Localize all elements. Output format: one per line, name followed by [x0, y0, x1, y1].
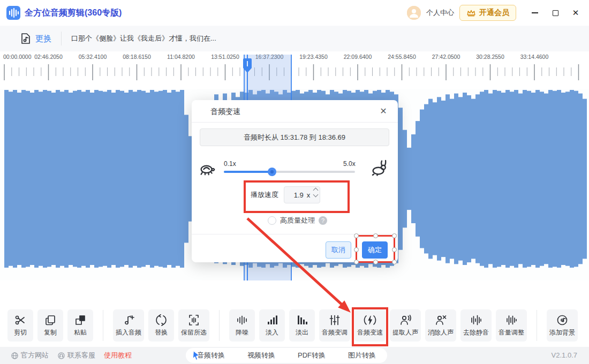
footer: 官方网站 联系客服 使用教程 音频转换视频转换PDF转换图片转换 V2.1.0.…: [0, 347, 589, 364]
tool-label: 插入音频: [116, 328, 141, 337]
cursor-icon: [190, 350, 202, 361]
tool-label: 去除静音: [463, 328, 489, 337]
tool-add-background[interactable]: 添加背景: [547, 309, 578, 342]
vocal-remove-icon: [434, 314, 447, 327]
svg-text:05:32.4100: 05:32.4100: [79, 54, 107, 60]
version-label: V2.1.0.7: [552, 351, 577, 359]
swap-icon: [155, 314, 168, 327]
toolbar-divider: [103, 310, 103, 341]
toolbar-divider: [219, 310, 220, 341]
speed-slider[interactable]: [224, 171, 355, 173]
svg-text:24:55.8450: 24:55.8450: [388, 54, 416, 60]
denoise-icon: [236, 314, 248, 327]
tool-remove-silence[interactable]: 去除静音: [460, 309, 492, 342]
tool-label: 音频变调: [322, 328, 348, 337]
svg-text:27:42.0500: 27:42.0500: [432, 54, 460, 60]
playhead-pin[interactable]: [243, 58, 252, 75]
tool-label: 音量调整: [499, 328, 524, 337]
title-bar: 全方位音频剪辑(360专版) 个人中心 开通会员 ✕: [0, 0, 589, 26]
app-logo-icon: [6, 6, 20, 20]
tool-replace[interactable]: 替换: [148, 309, 174, 342]
tool-extract-vocal[interactable]: 提取人声: [390, 309, 421, 342]
tool-fade-out[interactable]: 淡出: [289, 309, 315, 342]
svg-text:11:04.8200: 11:04.8200: [167, 54, 195, 60]
replace-file-button[interactable]: 更换: [19, 32, 51, 45]
contact-support-link[interactable]: 联系客服: [57, 351, 95, 360]
tool-label: 剪切: [14, 328, 27, 337]
svg-text:33:14.4600: 33:14.4600: [520, 54, 549, 60]
tool-label: 替换: [155, 328, 168, 337]
track-title: 口那个《侧脸》让我《我走后》才懂，我们在...: [71, 34, 232, 43]
tab-image-convert[interactable]: 图片转换: [348, 351, 376, 360]
user-center-link[interactable]: 个人中心: [426, 8, 454, 18]
timeline-ruler[interactable]: 00:00.000002:46.205005:32.410008:18.6150…: [0, 51, 589, 89]
volume-icon: [505, 314, 518, 327]
slider-min-label: 0.1x: [224, 160, 236, 168]
tool-label: 淡出: [296, 328, 308, 337]
cancel-button[interactable]: 取消: [326, 241, 351, 259]
silence-icon: [470, 314, 482, 327]
converter-tabs: 音频转换视频转换PDF转换图片转换: [186, 348, 387, 363]
speed-label: 播放速度: [251, 190, 278, 200]
svg-text:30:28.2550: 30:28.2550: [476, 54, 504, 60]
svg-text:22:09.6400: 22:09.6400: [344, 54, 372, 60]
tool-fade-in[interactable]: 淡入: [259, 309, 285, 342]
globe-icon: [11, 352, 19, 360]
tool-keep-selected[interactable]: 保留所选: [178, 309, 209, 342]
music-file-icon: [19, 32, 32, 45]
high-quality-label: 高质量处理: [280, 216, 315, 225]
official-site-link[interactable]: 官方网站: [11, 351, 49, 360]
vocal-extract-icon: [399, 314, 412, 327]
top-toolbar: 更换 口那个《侧脸》让我《我走后》才懂，我们在... [♪] 03:04.90 …: [0, 26, 589, 51]
tab-video-convert[interactable]: 视频转换: [247, 351, 275, 360]
crown-icon: [466, 9, 476, 17]
speed-value-input[interactable]: 1.9 x: [284, 186, 320, 203]
slider-max-label: 5.0x: [343, 160, 356, 168]
tool-cut[interactable]: 剪切: [7, 309, 33, 342]
close-button[interactable]: ✕: [568, 5, 584, 21]
svg-text:08:18.6150: 08:18.6150: [123, 54, 151, 60]
open-vip-button[interactable]: 开通会员: [459, 5, 516, 21]
speed-slider-handle[interactable]: [268, 168, 276, 176]
dialog-close-icon[interactable]: ✕: [377, 105, 389, 117]
svg-text:13:51.0250: 13:51.0250: [211, 54, 239, 60]
crop-wave-icon: [187, 314, 200, 327]
tool-volume[interactable]: 音量调整: [496, 309, 527, 342]
tool-denoise[interactable]: 降噪: [229, 309, 255, 342]
tool-pitch[interactable]: 音频变调: [319, 309, 350, 342]
fade-in-icon: [266, 314, 278, 327]
tool-label: 音频变速: [357, 328, 383, 337]
equalizer-icon: [328, 314, 341, 327]
tool-speed[interactable]: 音频变速: [354, 309, 386, 342]
svg-text:00:00.0000: 00:00.0000: [3, 54, 32, 60]
toolbar-divider: [537, 310, 537, 341]
tutorial-link[interactable]: 使用教程: [104, 351, 132, 360]
bottom-toolbar: 剪切复制粘贴插入音频替换保留所选降噪淡入淡出音频变调音频变速提取人声消除人声去除…: [0, 306, 589, 347]
tool-paste[interactable]: 粘贴: [67, 309, 93, 342]
svg-text:19:23.4350: 19:23.4350: [299, 54, 328, 60]
lightning-icon: [364, 314, 376, 327]
copy-icon: [44, 314, 57, 327]
tool-label: 消除人声: [428, 328, 454, 337]
svg-text:02:46.2050: 02:46.2050: [34, 54, 63, 60]
player-bar: 15:45.88 37:30.00 开始时间 15 : 31 . 78 结束时间…: [0, 280, 589, 306]
playback-speed-row: 播放速度 1.9 x: [251, 186, 320, 204]
tool-remove-vocal[interactable]: 消除人声: [425, 309, 456, 342]
avatar[interactable]: [407, 6, 421, 20]
ok-button[interactable]: 确定: [362, 241, 388, 259]
help-icon[interactable]: ?: [319, 216, 327, 225]
tool-label: 淡入: [266, 328, 278, 337]
tool-insert-audio[interactable]: 插入音频: [113, 309, 144, 342]
turtle-icon: [198, 160, 216, 177]
high-quality-radio[interactable]: [268, 216, 276, 225]
maximize-button[interactable]: [547, 5, 563, 21]
tool-copy[interactable]: 复制: [37, 309, 63, 342]
note-plus-icon: [122, 314, 135, 327]
disc-note-icon: [556, 314, 569, 327]
tab-pdf-convert[interactable]: PDF转换: [298, 351, 326, 360]
dialog-title: 音频变速: [210, 107, 240, 117]
app-title: 全方位音频剪辑(360专版): [25, 7, 122, 19]
scissors-icon: [14, 314, 27, 327]
minimize-button[interactable]: [527, 5, 543, 21]
tool-label: 降噪: [236, 328, 248, 337]
